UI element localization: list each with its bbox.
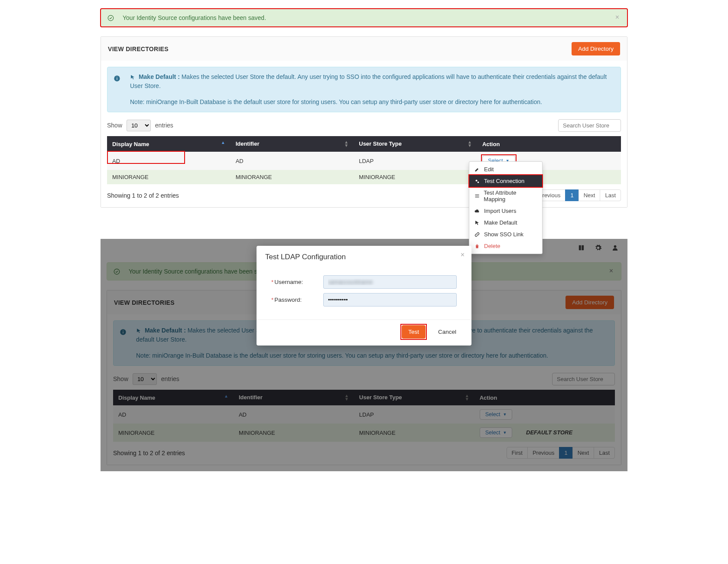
view-directories-page: Your Identity Source configurations have… bbox=[101, 0, 627, 208]
make-default-text: Makes the selected User Store the defaul… bbox=[130, 73, 607, 89]
gears-icon bbox=[474, 179, 481, 184]
table-row: AD AD LDAP Select▼ bbox=[107, 152, 621, 170]
link-icon bbox=[474, 232, 481, 237]
info-icon bbox=[114, 75, 120, 82]
th-action: Action bbox=[477, 136, 621, 152]
modal-footer: Test Cancel bbox=[257, 319, 471, 346]
svg-rect-3 bbox=[117, 77, 117, 77]
page-1[interactable]: 1 bbox=[565, 189, 578, 201]
dropdown-item-edit[interactable]: Edit bbox=[469, 163, 542, 175]
card-header: VIEW DIRECTORIES Add Directory bbox=[101, 37, 627, 61]
note-text: Note: miniOrange In-Built Database is th… bbox=[130, 98, 614, 107]
modal-body: *Username: *Password: bbox=[257, 266, 471, 319]
cancel-button[interactable]: Cancel bbox=[432, 325, 463, 339]
cell-identifier: MINIORANGE bbox=[231, 170, 354, 184]
modal-close-button[interactable]: × bbox=[461, 251, 465, 259]
directories-card: VIEW DIRECTORIES Add Directory Make Defa… bbox=[101, 36, 627, 208]
test-ldap-modal: Test LDAP Configuration × *Username: *Pa… bbox=[257, 246, 471, 346]
modal-header: Test LDAP Configuration × bbox=[257, 246, 471, 266]
footer-info: Showing 1 to 2 of 2 entries bbox=[107, 192, 179, 199]
table-footer: Showing 1 to 2 of 2 entries First Previo… bbox=[107, 189, 621, 201]
svg-point-0 bbox=[108, 15, 114, 21]
show-entries: Show 10 entries bbox=[107, 120, 173, 131]
sliders-icon bbox=[474, 193, 480, 199]
edit-icon bbox=[474, 167, 481, 172]
alert-message: Your Identity Source configurations have… bbox=[123, 14, 266, 21]
dropdown-item-import-users[interactable]: Import Users bbox=[469, 205, 542, 217]
th-user-store-type[interactable]: User Store Type ▲▼ bbox=[354, 136, 477, 152]
search-input[interactable] bbox=[558, 119, 621, 132]
check-circle-icon bbox=[107, 15, 114, 21]
svg-rect-7 bbox=[475, 196, 479, 196]
alert-success: Your Identity Source configurations have… bbox=[101, 9, 627, 27]
table-row: MINIORANGE MINIORANGE MINIORANGE bbox=[107, 170, 621, 184]
info-banner: Make Default : Makes the selected User S… bbox=[107, 67, 621, 112]
cell-type: MINIORANGE bbox=[354, 170, 477, 184]
action-dropdown: Edit Test Connection Test Attribute Mapp… bbox=[469, 161, 543, 254]
username-input[interactable] bbox=[323, 275, 457, 289]
cloud-upload-icon bbox=[474, 209, 481, 214]
dropdown-item-delete[interactable]: Delete bbox=[469, 240, 542, 252]
card-title: VIEW DIRECTORIES bbox=[108, 46, 169, 52]
highlight-box bbox=[400, 324, 427, 340]
modal-title: Test LDAP Configuration bbox=[265, 253, 346, 261]
trash-icon bbox=[474, 244, 481, 249]
username-label: *Username: bbox=[271, 279, 323, 285]
svg-point-4 bbox=[476, 179, 478, 181]
cell-display-name: AD bbox=[107, 152, 231, 170]
password-input[interactable] bbox=[323, 293, 457, 306]
card-body: Make Default : Makes the selected User S… bbox=[101, 61, 627, 207]
svg-rect-6 bbox=[475, 195, 479, 195]
table-controls: Show 10 entries bbox=[107, 119, 621, 132]
svg-rect-8 bbox=[475, 197, 479, 198]
password-label: *Password: bbox=[271, 297, 323, 303]
directories-table: Display Name ▲ Identifier ▲▼ User Store … bbox=[107, 136, 621, 184]
page-next[interactable]: Next bbox=[578, 189, 601, 201]
cell-type: LDAP bbox=[354, 152, 477, 170]
svg-point-5 bbox=[478, 181, 479, 183]
th-identifier[interactable]: Identifier ▲▼ bbox=[231, 136, 354, 152]
entries-label: entries bbox=[155, 122, 173, 129]
cursor-icon bbox=[474, 220, 481, 225]
modal-over-page: Your Identity Source configurations have… bbox=[101, 239, 627, 471]
svg-rect-2 bbox=[117, 78, 117, 80]
table-wrap: Display Name ▲ Identifier ▲▼ User Store … bbox=[107, 136, 621, 184]
dropdown-item-make-default[interactable]: Make Default bbox=[469, 217, 542, 228]
page-size-select[interactable]: 10 bbox=[127, 120, 151, 131]
cursor-icon bbox=[130, 75, 135, 80]
dropdown-item-test-connection[interactable]: Test Connection bbox=[469, 175, 542, 187]
cell-identifier: AD bbox=[231, 152, 354, 170]
th-display-name[interactable]: Display Name ▲ bbox=[107, 136, 231, 152]
cell-display-name: MINIORANGE bbox=[107, 170, 231, 184]
add-directory-button[interactable]: Add Directory bbox=[572, 42, 620, 55]
make-default-heading: Make Default : bbox=[139, 73, 180, 80]
alert-close-button[interactable]: × bbox=[615, 13, 619, 21]
page-last[interactable]: Last bbox=[600, 189, 621, 201]
show-label: Show bbox=[107, 122, 122, 129]
dropdown-item-test-attr[interactable]: Test Attribute Mapping bbox=[469, 187, 542, 205]
dropdown-item-show-sso[interactable]: Show SSO Link bbox=[469, 228, 542, 240]
info-text: Make Default : Makes the selected User S… bbox=[130, 72, 614, 107]
